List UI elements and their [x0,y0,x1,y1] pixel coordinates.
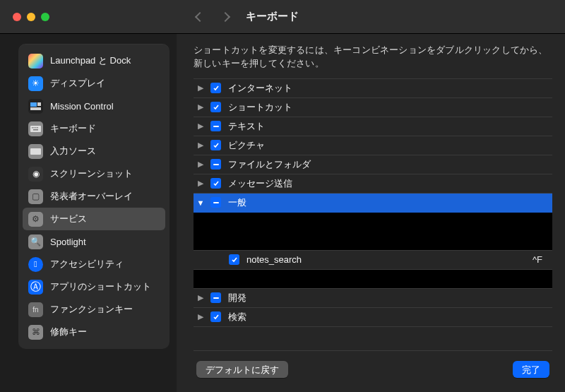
svg-rect-9 [30,148,41,155]
checkbox[interactable] [229,254,239,265]
disclosure-open-icon[interactable]: ▼ [194,198,208,207]
svg-rect-4 [32,127,33,129]
minimize-window-button[interactable] [27,13,35,21]
redacted-row [194,213,552,232]
disclosure-icon[interactable]: ▶ [194,141,208,150]
sidebar-item-accessibility[interactable]: 𖠋 アクセシビリティ [23,253,165,275]
sidebar-item-function-keys[interactable]: fn ファンクションキー [23,298,165,321]
content-pane: ショートカットを変更するには、キーコンビネーションをダブルクリックしてから、新し… [177,34,565,392]
checkbox[interactable] [210,311,221,322]
sidebar-item-spotlight[interactable]: 🔍 Spotlight [23,230,165,253]
sidebar-item-input-sources[interactable]: 入力ソース [23,140,165,162]
disclosure-icon[interactable]: ▶ [194,83,208,93]
svg-rect-7 [37,127,39,129]
svg-rect-2 [30,107,41,110]
launchpad-icon [28,54,43,69]
sidebar: Launchpad と Dock ☀ ディスプレイ Mission Contro… [0,34,177,392]
sidebar-item-screenshot[interactable]: ◉ スクリーンショット [23,162,165,185]
svg-rect-5 [34,127,35,129]
instruction-text: ショートカットを変更するには、キーコンビネーションをダブルクリックしてから、新し… [194,44,552,71]
group-label: メッセージ送信 [228,177,552,190]
sidebar-item-presenter-overlay[interactable]: ▢ 発表者オーバーレイ [23,185,165,208]
zoom-window-button[interactable] [41,13,49,21]
done-button[interactable]: 完了 [513,361,549,378]
group-row-development[interactable]: ▶ 開発 [194,289,552,308]
disclosure-icon[interactable]: ▶ [194,293,208,302]
group-row-internet[interactable]: ▶ インターネット [194,79,552,98]
checkbox-mixed[interactable] [210,292,221,303]
group-label: テキスト [228,120,552,133]
group-row-files[interactable]: ▶ ファイルとフォルダ [194,155,552,174]
svg-rect-3 [30,126,41,132]
checkbox-mixed[interactable] [210,197,221,208]
input-sources-icon [28,144,43,159]
services-icon: ⚙ [28,212,43,227]
checkbox[interactable] [210,83,221,93]
sidebar-item-display[interactable]: ☀ ディスプレイ [23,72,165,95]
group-row-text[interactable]: ▶ テキスト [194,117,552,136]
group-label: ファイルとフォルダ [228,158,552,171]
group-row-shortcut[interactable]: ▶ ショートカット [194,98,552,117]
presenter-overlay-icon: ▢ [28,189,43,204]
sidebar-item-launchpad[interactable]: Launchpad と Dock [23,49,165,72]
keyboard-icon [28,121,43,136]
disclosure-icon[interactable]: ▶ [194,121,208,131]
sidebar-panel: Launchpad と Dock ☀ ディスプレイ Mission Contro… [18,44,170,349]
nav-buttons [177,13,229,20]
disclosure-icon[interactable]: ▶ [194,179,208,188]
display-icon: ☀ [28,76,43,91]
item-label: notes_search [246,254,533,265]
group-row-pictures[interactable]: ▶ ピクチャ [194,136,552,155]
group-label: ピクチャ [228,139,552,152]
disclosure-icon[interactable]: ▶ [194,312,208,321]
group-row-general[interactable]: ▼ 一般 [194,194,552,213]
sidebar-item-services[interactable]: ⚙ サービス [23,208,165,230]
group-label: 開発 [228,292,552,304]
svg-rect-8 [33,129,38,131]
restore-defaults-button[interactable]: デフォルトに戻す [196,361,288,378]
svg-rect-1 [37,102,41,106]
window-title: キーボード [246,10,299,23]
sidebar-item-mission-control[interactable]: Mission Control [23,95,165,117]
sidebar-item-keyboard[interactable]: キーボード [23,117,165,140]
app-shortcuts-icon: Ⓐ [28,280,43,295]
group-label: ショートカット [228,101,552,114]
shortcut-list: ▶ インターネット ▶ ショートカット ▶ テキスト ▶ ピクチャ ▶ [194,78,552,327]
window-titlebar: キーボード [0,0,565,34]
checkbox[interactable] [210,102,221,112]
disclosure-icon[interactable]: ▶ [194,102,208,112]
shortcut-item-notes-search[interactable]: notes_search ^F [194,251,552,270]
function-keys-icon: fn [28,302,43,317]
group-label: インターネット [228,82,552,95]
mission-control-icon [28,99,43,114]
accessibility-icon: 𖠋 [28,257,43,272]
checkbox-mixed[interactable] [210,159,221,170]
redacted-row [194,270,552,289]
modifier-keys-icon: ⌘ [28,325,43,340]
screenshot-icon: ◉ [28,167,43,182]
sidebar-item-modifier-keys[interactable]: ⌘ 修飾キー [23,321,165,343]
footer: デフォルトに戻す 完了 [194,350,552,382]
group-label: 一般 [228,196,552,209]
checkbox[interactable] [210,140,221,150]
svg-rect-0 [30,102,37,107]
window-traffic-lights [0,13,177,21]
group-label: 検索 [228,311,552,323]
shortcut-key[interactable]: ^F [533,254,552,265]
svg-rect-6 [35,127,37,129]
close-window-button[interactable] [13,13,21,21]
forward-button[interactable] [220,11,230,21]
spotlight-icon: 🔍 [28,234,43,249]
group-row-search[interactable]: ▶ 検索 [194,308,552,327]
disclosure-icon[interactable]: ▶ [194,160,208,169]
redacted-row [194,232,552,251]
sidebar-item-app-shortcuts[interactable]: Ⓐ アプリのショートカット [23,275,165,298]
back-button[interactable] [195,11,205,21]
checkbox[interactable] [210,178,221,189]
checkbox-mixed[interactable] [210,121,221,131]
group-row-messaging[interactable]: ▶ メッセージ送信 [194,174,552,194]
